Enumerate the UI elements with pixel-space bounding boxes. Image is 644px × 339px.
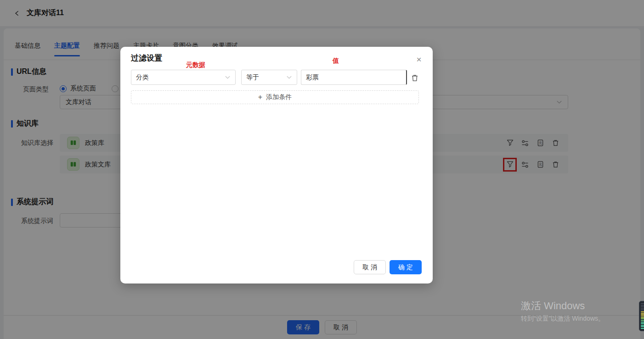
screen: 文库对话11 基础信息 主题配置 推荐问题 主题卡片 意图分类 效果调试 URL… [0, 0, 644, 339]
modal-title: 过滤设置 [131, 53, 162, 63]
chevron-down-icon [225, 74, 231, 80]
modal-ok-button[interactable]: 确 定 [390, 260, 422, 274]
condition-trash-icon[interactable] [409, 72, 420, 83]
edge-equalizer-widget[interactable] [639, 301, 644, 331]
annotation-metadata: 元数据 [186, 61, 205, 69]
plus-icon: + [258, 93, 262, 101]
condition-operator-value: 等于 [246, 73, 259, 82]
condition-value-input[interactable] [301, 70, 407, 85]
add-condition-button[interactable]: + 添加条件 [131, 90, 419, 104]
condition-operator-select[interactable]: 等于 [241, 70, 297, 85]
condition-field-select[interactable]: 分类 [131, 70, 236, 85]
condition-field-value: 分类 [136, 73, 149, 82]
modal-footer: 取 消 确 定 [354, 260, 422, 274]
annotation-value: 值 [333, 57, 339, 65]
add-condition-label: 添加条件 [266, 93, 292, 101]
filter-settings-modal: 过滤设置 × 元数据 值 分类 等于 + 添加条件 取 消 确 定 [120, 47, 433, 283]
chevron-down-icon [286, 74, 292, 80]
modal-cancel-button[interactable]: 取 消 [354, 260, 386, 274]
close-icon[interactable]: × [413, 54, 424, 65]
